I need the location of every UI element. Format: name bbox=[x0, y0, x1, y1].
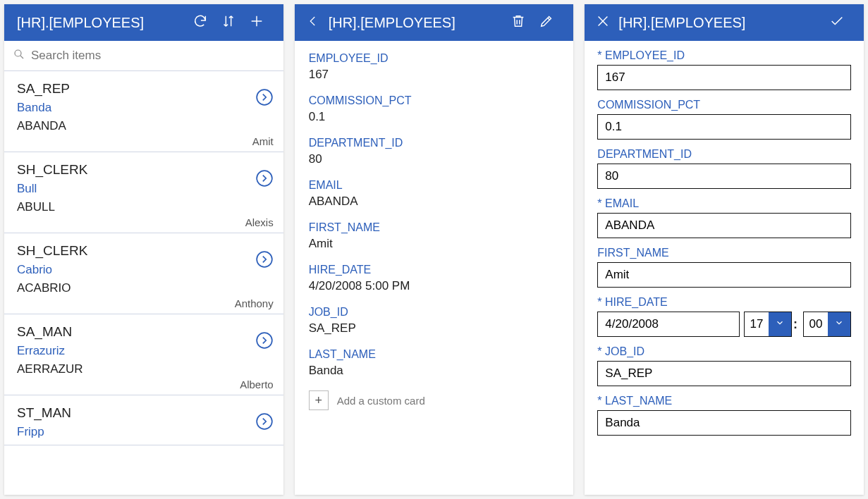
form-field-hire-date: HIRE_DATE : bbox=[597, 296, 851, 337]
hire-hour-select bbox=[744, 312, 792, 337]
employee-id-input[interactable] bbox=[597, 65, 851, 90]
form-field-commission-pct: COMMISSION_PCT bbox=[597, 99, 851, 140]
svg-point-4 bbox=[257, 333, 272, 348]
first-name-input[interactable] bbox=[597, 262, 851, 288]
time-colon: : bbox=[793, 317, 797, 332]
plus-icon bbox=[249, 13, 264, 32]
detail-field-label: EMAIL bbox=[309, 179, 560, 192]
detail-panel: [HR].[EMPLOYEES] EMPLOYEE_ID 167 COMMISS… bbox=[295, 4, 574, 495]
department-id-input[interactable] bbox=[597, 164, 851, 189]
chevron-right-icon bbox=[255, 340, 274, 352]
delete-button[interactable] bbox=[504, 8, 532, 37]
list-item-job: SA_REP bbox=[17, 81, 271, 97]
detail-field: COMMISSION_PCT 0.1 bbox=[309, 94, 560, 124]
detail-field-value: Banda bbox=[309, 364, 560, 378]
pencil-icon bbox=[539, 13, 554, 32]
add-button[interactable] bbox=[243, 8, 271, 37]
hire-date-box bbox=[597, 312, 740, 337]
list-item-email: AERRAZUR bbox=[17, 362, 271, 376]
form-label: DEPARTMENT_ID bbox=[597, 148, 851, 161]
detail-field: EMAIL ABANDA bbox=[309, 179, 560, 209]
list-item-open-button[interactable] bbox=[255, 88, 274, 106]
list-item[interactable]: ST_MAN Fripp bbox=[4, 395, 283, 445]
svg-point-5 bbox=[257, 414, 272, 429]
detail-scroll[interactable]: EMPLOYEE_ID 167 COMMISSION_PCT 0.1 DEPAR… bbox=[295, 41, 574, 495]
hour-dropdown-button[interactable] bbox=[769, 312, 791, 336]
list-item-open-button[interactable] bbox=[255, 331, 274, 350]
email-input[interactable] bbox=[597, 213, 851, 238]
list-item-lastname: Bull bbox=[17, 182, 271, 196]
commission-pct-input[interactable] bbox=[597, 114, 851, 140]
form-field-email: EMAIL bbox=[597, 197, 851, 238]
form-field-first-name: FIRST_NAME bbox=[597, 247, 851, 288]
minute-dropdown-button[interactable] bbox=[828, 312, 850, 336]
search-input[interactable] bbox=[31, 49, 275, 63]
list-item-lastname: Errazuriz bbox=[17, 344, 271, 358]
list-item-open-button[interactable] bbox=[255, 412, 274, 431]
list-item-lastname: Banda bbox=[17, 101, 271, 115]
detail-field-label: LAST_NAME bbox=[309, 348, 560, 361]
form-label: LAST_NAME bbox=[597, 395, 851, 407]
list-item[interactable]: SA_MAN Errazuriz AERRAZUR Alberto bbox=[4, 314, 283, 395]
list-header: [HR].[EMPLOYEES] bbox=[4, 4, 283, 41]
detail-field: FIRST_NAME Amit bbox=[309, 221, 560, 251]
detail-field: DEPARTMENT_ID 80 bbox=[309, 137, 560, 166]
form-label: JOB_ID bbox=[597, 345, 851, 358]
form-field-job-id: JOB_ID bbox=[597, 345, 851, 386]
detail-field: HIRE_DATE 4/20/2008 5:00 PM bbox=[309, 264, 560, 293]
list-scroll[interactable]: SA_REP Banda ABANDA Amit SH_CLERK Bull A… bbox=[4, 71, 283, 495]
add-custom-card-button[interactable]: + Add a custom card bbox=[309, 390, 560, 410]
list-item-open-button[interactable] bbox=[255, 250, 274, 269]
form-field-department-id: DEPARTMENT_ID bbox=[597, 148, 851, 189]
detail-field-value: Amit bbox=[309, 237, 560, 251]
list-panel: [HR].[EMPLOYEES] SA_REP Banda ABANDA bbox=[4, 4, 283, 495]
last-name-input[interactable] bbox=[597, 410, 851, 436]
detail-field-value: ABANDA bbox=[309, 195, 560, 209]
detail-field-value: 0.1 bbox=[309, 110, 560, 124]
form-label: HIRE_DATE bbox=[597, 296, 851, 309]
sort-button[interactable] bbox=[214, 8, 243, 37]
detail-field: LAST_NAME Banda bbox=[309, 348, 560, 378]
chevron-right-icon bbox=[255, 97, 274, 109]
sort-icon bbox=[221, 13, 236, 32]
refresh-icon bbox=[192, 13, 208, 32]
confirm-button[interactable] bbox=[823, 8, 851, 37]
form-scroll[interactable]: EMPLOYEE_ID COMMISSION_PCT DEPARTMENT_ID… bbox=[585, 41, 864, 495]
form-field-employee-id: EMPLOYEE_ID bbox=[597, 49, 851, 90]
list-item-email: ABULL bbox=[17, 200, 271, 214]
chevron-down-icon bbox=[775, 318, 785, 331]
detail-field-label: DEPARTMENT_ID bbox=[309, 137, 560, 149]
hire-date-input[interactable] bbox=[598, 312, 740, 336]
form-field-last-name: LAST_NAME bbox=[597, 395, 851, 436]
check-icon bbox=[829, 13, 845, 32]
hire-minute-select bbox=[803, 312, 851, 337]
list-item[interactable]: SA_REP Banda ABANDA Amit bbox=[4, 71, 283, 152]
list-item-job: SH_CLERK bbox=[17, 243, 271, 259]
chevron-right-icon bbox=[255, 421, 274, 433]
list-item[interactable]: SH_CLERK Cabrio ACABRIO Anthony bbox=[4, 233, 283, 314]
detail-field: EMPLOYEE_ID 167 bbox=[309, 52, 560, 82]
list-item-firstname: Alberto bbox=[240, 378, 274, 390]
back-button[interactable] bbox=[302, 8, 324, 37]
list-title: [HR].[EMPLOYEES] bbox=[17, 15, 186, 31]
trash-icon bbox=[511, 13, 526, 32]
close-button[interactable] bbox=[592, 8, 614, 37]
list-item[interactable]: SH_CLERK Bull ABULL Alexis bbox=[4, 152, 283, 233]
chevron-left-icon bbox=[307, 15, 319, 30]
job-id-input[interactable] bbox=[597, 361, 851, 386]
list-item-open-button[interactable] bbox=[255, 169, 274, 187]
hire-minute-input[interactable] bbox=[804, 312, 828, 336]
detail-field-label: EMPLOYEE_ID bbox=[309, 52, 560, 65]
svg-point-0 bbox=[15, 50, 21, 56]
plus-square-icon: + bbox=[309, 390, 329, 410]
refresh-button[interactable] bbox=[186, 8, 214, 37]
detail-field-value: SA_REP bbox=[309, 321, 560, 335]
list-item-email: ABANDA bbox=[17, 119, 271, 133]
hire-hour-input[interactable] bbox=[745, 312, 769, 336]
edit-button[interactable] bbox=[532, 8, 561, 37]
detail-field-value: 167 bbox=[309, 68, 560, 82]
list-item-firstname: Amit bbox=[252, 135, 274, 147]
detail-field-value: 80 bbox=[309, 152, 560, 166]
detail-field-label: JOB_ID bbox=[309, 306, 560, 319]
edit-panel: [HR].[EMPLOYEES] EMPLOYEE_ID COMMISSION_… bbox=[585, 4, 864, 495]
